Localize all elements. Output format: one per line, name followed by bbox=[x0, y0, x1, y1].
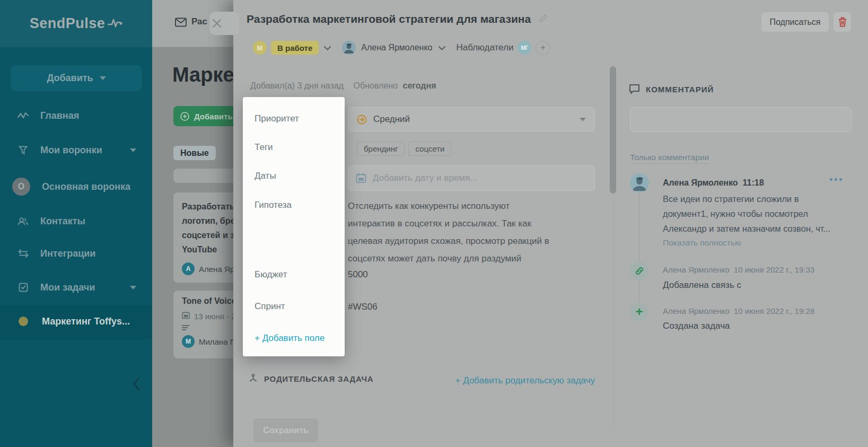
activity-action: Создана задача bbox=[663, 321, 730, 331]
chevron-down-icon[interactable] bbox=[324, 43, 331, 52]
description-lines-icon bbox=[182, 325, 233, 331]
field-label-budget: Бюджет bbox=[255, 269, 287, 280]
mail-icon bbox=[175, 17, 187, 29]
board-title: Марке bbox=[172, 64, 233, 86]
priority-select[interactable]: Средний bbox=[348, 107, 595, 132]
board-initial-avatar: M bbox=[253, 41, 267, 55]
sprint-value[interactable]: #WS06 bbox=[348, 302, 378, 312]
activity-action: Добавлена связь с bbox=[663, 280, 741, 291]
link-activity-icon bbox=[630, 261, 648, 280]
parent-task-header: РОДИТЕЛЬСКАЯ ЗАДАЧА bbox=[264, 374, 373, 383]
field-label-tags: Теги bbox=[255, 142, 273, 153]
sidebar-item-marketing-board[interactable]: Маркетинг Toffys... bbox=[0, 309, 152, 334]
card-assignee: Алена Яр bbox=[199, 265, 233, 274]
comments-filter-link[interactable]: Только комментарии bbox=[630, 153, 709, 164]
task-title: Разработка маркетинговой стратегии для м… bbox=[247, 13, 531, 25]
save-button[interactable]: Сохранить bbox=[253, 418, 318, 442]
chevron-down-icon[interactable] bbox=[439, 43, 445, 52]
calendar-icon bbox=[182, 311, 190, 321]
tag-chip[interactable]: брендинг bbox=[357, 142, 405, 156]
sidebar-collapse-button[interactable] bbox=[133, 378, 140, 392]
custom-fields-panel: Приоритет Теги Даты Гипотеза Бюджет Спри… bbox=[243, 97, 345, 356]
pulse-line-icon bbox=[17, 111, 29, 120]
plus-activity-icon: + bbox=[630, 303, 648, 321]
sendpulse-crm-screen: Рас Марке Добавить Новые Разработать лог… bbox=[0, 0, 868, 447]
sidebar-logo[interactable]: SendPulse bbox=[0, 0, 152, 47]
date-placeholder: Добавить дату и время... bbox=[373, 173, 477, 183]
comment-author: Алена Ярмоленко bbox=[663, 178, 738, 187]
sidebar-item-contacts[interactable]: Контакты bbox=[0, 208, 152, 234]
add-watcher-button[interactable]: + bbox=[536, 41, 550, 55]
sidebar: SendPulse Добавить Главная Мои воронки O… bbox=[0, 0, 152, 447]
chevron-down-icon bbox=[100, 76, 106, 80]
logo-text: SendPulse bbox=[30, 15, 106, 32]
sidebar-item-main-pipeline[interactable]: O Основная воронка bbox=[0, 174, 152, 199]
sidebar-add-button[interactable]: Добавить bbox=[11, 65, 142, 91]
comment-bubble-icon bbox=[629, 84, 640, 94]
avatar: M bbox=[182, 335, 195, 348]
add-field-link[interactable]: + Добавить поле bbox=[255, 333, 325, 344]
tag-chip[interactable]: соцсети bbox=[408, 142, 451, 156]
close-icon bbox=[212, 18, 222, 29]
priority-value: Средний bbox=[373, 114, 573, 125]
comment-time: 11:18 bbox=[743, 178, 764, 187]
sidebar-item-integrations[interactable]: Интеграции bbox=[0, 241, 152, 266]
contacts-icon bbox=[17, 217, 29, 226]
comment-text: Все идеи по стратегии сложили в документ… bbox=[663, 191, 856, 236]
kanban-card-partial[interactable] bbox=[173, 169, 233, 183]
assignee-name[interactable]: Алена Ярмоленко bbox=[361, 43, 432, 52]
chevron-down-icon bbox=[580, 118, 586, 121]
topbar-item-mailings[interactable]: Рас bbox=[191, 16, 207, 27]
updated-label: Обновлено bbox=[354, 81, 398, 90]
task-checkbox-icon bbox=[17, 283, 29, 292]
edit-pencil-icon[interactable] bbox=[539, 14, 548, 25]
task-meta: Добавил(а) 3 дня назад Обновлено сегодня bbox=[250, 81, 436, 91]
column-label-new: Новые bbox=[173, 146, 216, 160]
plus-circle-icon bbox=[180, 112, 189, 121]
comment-author-line: Алена Ярмоленко11:18 bbox=[663, 178, 764, 188]
sidebar-item-my-tasks[interactable]: Мои задачи bbox=[0, 275, 152, 300]
pipeline-avatar: O bbox=[12, 178, 30, 196]
sidebar-item-pipelines[interactable]: Мои воронки bbox=[0, 137, 152, 163]
task-detail-modal: Разработка маркетинговой стратегии для м… bbox=[233, 0, 868, 447]
added-ago-text: Добавил(а) 3 дня назад bbox=[250, 81, 344, 90]
comment-author-avatar bbox=[630, 173, 649, 192]
add-parent-task-link[interactable]: + Добавить родительскую задачу bbox=[455, 375, 595, 386]
budget-value[interactable]: 5000 bbox=[348, 269, 368, 280]
field-label-hypothesis: Гипотеза bbox=[255, 200, 292, 211]
tags-field: брендинг соцсети bbox=[357, 142, 451, 156]
integrations-arrows-icon bbox=[17, 249, 29, 258]
pulse-logo-icon bbox=[108, 17, 122, 30]
field-label-sprint: Спринт bbox=[255, 301, 285, 312]
hypothesis-value[interactable]: Отследить как конкуренты используют инте… bbox=[348, 197, 597, 267]
card-title: Tone of Voice bbox=[182, 296, 233, 306]
close-modal-button[interactable] bbox=[209, 12, 239, 35]
kanban-card[interactable]: Разработать логотип, брен соцсетей и за … bbox=[173, 192, 233, 283]
scrollbar-thumb[interactable] bbox=[610, 66, 616, 194]
subscribe-button[interactable]: Подписаться bbox=[761, 12, 829, 32]
activity-date: 10 июня 2022 г., 19:28 bbox=[734, 306, 814, 315]
updated-value: сегодня bbox=[403, 81, 436, 90]
field-label-dates: Даты bbox=[255, 171, 276, 181]
activity-date: 10 июня 2022 г., 19:33 bbox=[734, 265, 814, 274]
card-assignee: Милана П bbox=[199, 337, 233, 346]
activity-author: Алена Ярмоленко bbox=[663, 306, 730, 315]
delete-task-button[interactable] bbox=[834, 12, 851, 32]
activity-timeline bbox=[639, 183, 639, 313]
date-input[interactable]: Добавить дату и время... bbox=[348, 165, 595, 191]
watchers-label: Наблюдатели bbox=[456, 42, 513, 53]
activity-meta: Алена Ярмоленко10 июня 2022 г., 19:33 bbox=[663, 265, 814, 274]
field-label-priority: Приоритет bbox=[255, 113, 299, 124]
comment-input[interactable] bbox=[630, 107, 852, 132]
funnel-icon bbox=[17, 146, 29, 155]
calendar-icon bbox=[356, 173, 366, 183]
comments-section-header: КОММЕНТАРИЙ bbox=[629, 84, 714, 94]
sidebar-item-home[interactable]: Главная bbox=[0, 103, 152, 128]
priority-medium-icon bbox=[357, 115, 367, 125]
show-more-link[interactable]: Показать полностью bbox=[663, 238, 741, 248]
parent-task-section: РОДИТЕЛЬСКАЯ ЗАДАЧА bbox=[248, 374, 373, 384]
status-badge[interactable]: В работе bbox=[271, 41, 319, 55]
board-add-task-button[interactable]: Добавить bbox=[173, 106, 233, 126]
comment-menu-button[interactable] bbox=[830, 178, 842, 181]
kanban-card[interactable]: Tone of Voice 13 июня - 2 M Милана П bbox=[173, 291, 233, 358]
